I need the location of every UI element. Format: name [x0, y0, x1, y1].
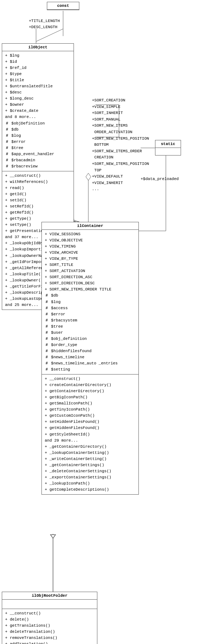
ilcontainer-methods: + __construct() + createContainerDirecto… — [42, 374, 138, 494]
const-box: const — [47, 2, 79, 10]
svg-marker-16 — [86, 173, 91, 180]
diagram-container: const +TITLE_LENGTH +DESC_LENGTH ilObjec… — [0, 0, 203, 644]
const-fields-label: +TITLE_LENGTH +DESC_LENGTH — [29, 18, 60, 30]
ilobjrootfolder-fields — [2, 600, 97, 609]
data-preloaded-label: +$data_preloaded — [141, 177, 179, 181]
ilobject-title: ilObject — [2, 44, 74, 51]
ilcontainer-box: ilContainer + VIEW_SESSIONS + VIEW_OBJEC… — [41, 222, 139, 495]
ilobjrootfolder-title: ilObjRootFolder — [2, 592, 97, 600]
svg-line-1 — [36, 29, 63, 41]
static-title: static — [155, 140, 181, 148]
static-box: static — [155, 140, 181, 155]
svg-marker-20 — [50, 535, 56, 538]
ilobject-fields: + $lng + $id + $ref_id + $type + $title … — [2, 51, 74, 171]
ilobjrootfolder-methods: + __construct() + delete() + getTranslat… — [2, 609, 97, 644]
ilcontainer-fields: + VIEW_SESSIONS + VIEW_OBJECTIVE + VIEW_… — [42, 230, 138, 374]
ilcontainer-title: ilContainer — [42, 222, 138, 230]
const-title: const — [47, 2, 79, 10]
ilobjrootfolder-box: ilObjRootFolder + __construct() + delete… — [2, 592, 97, 644]
static-body — [155, 148, 181, 155]
